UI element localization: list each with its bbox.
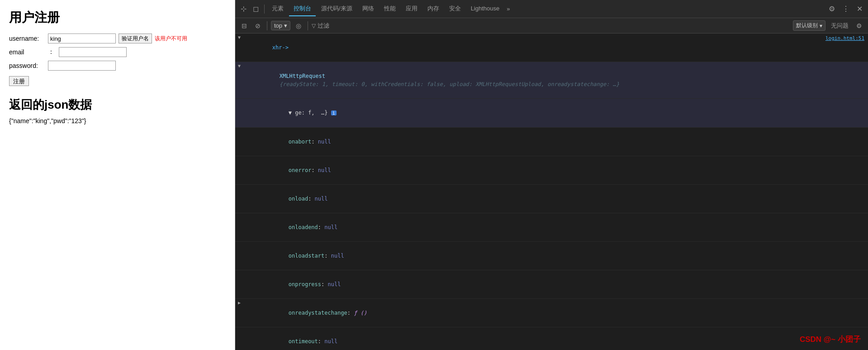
tabs-more-icon[interactable]: »	[505, 3, 512, 15]
username-input[interactable]	[48, 34, 116, 43]
validate-button[interactable]: 验证用户名	[119, 34, 152, 43]
devtools-panel: ⊹ ◻ 元素 控制台 源代码/来源 网络 性能 应用 内存 安全 Lightho…	[235, 0, 868, 350]
toolbar-sep-1	[267, 21, 267, 30]
csdn-watermark: CSDN @~ 小团子	[797, 333, 863, 345]
settings-icon[interactable]: ⚙	[826, 3, 838, 15]
top-dropdown[interactable]: top ▾	[271, 21, 290, 30]
tab-elements[interactable]: 元素	[267, 2, 288, 16]
top-chevron-icon: ▾	[284, 22, 287, 29]
cursor-icon[interactable]: ⊹	[238, 3, 249, 15]
more-options-icon[interactable]: ⋮	[840, 3, 852, 15]
row-onabort: onabort: null	[235, 128, 868, 156]
console-toolbar: ⊟ ⊘ top ▾ ◎ ▽ 过滤 默认级别 ▾ 无问题 ⚙	[235, 18, 868, 34]
xhr-object-content: XMLHttpRequest {readyState: 1, timeout: …	[244, 63, 868, 97]
clear-console-icon[interactable]: ⊘	[252, 21, 263, 31]
left-panel: 用户注册 username: 验证用户名 该用户不可用 email ： pass…	[0, 0, 235, 350]
tab-security[interactable]: 安全	[445, 2, 465, 16]
page-title: 用户注册	[9, 9, 226, 26]
row-expand-xhr	[235, 34, 244, 40]
tab-lighthouse[interactable]: Lighthouse	[466, 2, 504, 15]
xhr-type: XMLHttpRequest	[280, 73, 328, 79]
email-colon: ：	[48, 48, 54, 56]
xhr-label: xhr->	[272, 44, 289, 51]
devtools-tabbar: ⊹ ◻ 元素 控制台 源代码/来源 网络 性能 应用 内存 安全 Lightho…	[235, 0, 868, 18]
filter-icon: ▽	[312, 23, 316, 29]
submit-row: 注册	[9, 74, 226, 86]
close-icon[interactable]: ✕	[854, 3, 865, 15]
xhr-sub-row: ▼ ge: f, …} i	[235, 99, 868, 128]
xhr-sub-text: ▼ ge: f, …} i	[289, 110, 337, 116]
result-title: 返回的json数据	[9, 97, 226, 113]
username-label: username:	[9, 35, 45, 42]
row-left-xhr-obj	[235, 63, 244, 69]
ontimeout-content: ontimeout: null	[244, 328, 868, 350]
level-label: 默认级别	[796, 22, 818, 29]
tab-performance[interactable]: 性能	[379, 2, 400, 16]
xhr-file-link[interactable]: login.html:51	[822, 34, 868, 42]
console-output: xhr-> login.html:51 XMLHttpRequest {read…	[235, 34, 868, 350]
tab-console[interactable]: 控制台	[289, 2, 316, 16]
xhr-expand-arrow[interactable]	[238, 34, 241, 40]
email-label: email	[9, 48, 45, 56]
onprogress-content: onprogress: null	[244, 271, 868, 297]
filter-area: ▽ 过滤	[312, 22, 329, 30]
row-onload: onload: null	[235, 185, 868, 213]
onabort-content: onabort: null	[244, 129, 868, 155]
email-input[interactable]	[59, 47, 127, 57]
sidebar-toggle-icon[interactable]: ⊟	[239, 21, 250, 31]
issues-badge[interactable]: 无问题	[828, 21, 851, 31]
onloadend-content: onloadend: null	[244, 214, 868, 240]
email-row: email ：	[9, 47, 226, 57]
password-label: password:	[9, 62, 45, 69]
level-chevron-icon: ▾	[820, 23, 822, 29]
top-label: top	[274, 22, 282, 29]
onreadystatechange-content: onreadystatechange: ƒ ()	[244, 300, 868, 326]
onloadstart-content: onloadstart: null	[244, 243, 868, 269]
onerror-content: onerror: null	[244, 157, 868, 183]
password-row: password:	[9, 61, 226, 71]
tab-application[interactable]: 应用	[401, 2, 422, 16]
row-onerror: onerror: null	[235, 156, 868, 185]
error-message: 该用户不可用	[155, 35, 187, 43]
xhr-obj-expand-arrow[interactable]	[238, 63, 241, 69]
xhr-sub-content: ▼ ge: f, …} i	[244, 100, 868, 126]
username-row: username: 验证用户名 该用户不可用	[9, 34, 226, 43]
row-onloadend: onloadend: null	[235, 213, 868, 242]
row-ontimeout: ontimeout: null	[235, 327, 868, 350]
row-onloadstart: onloadstart: null	[235, 242, 868, 270]
tab-sources[interactable]: 源代码/来源	[317, 2, 357, 16]
row-onprogress: onprogress: null	[235, 270, 868, 299]
xhr-preview: {readyState: 1, timeout: 0, withCredenti…	[280, 81, 619, 87]
tab-network[interactable]: 网络	[358, 2, 379, 16]
toolbar-right-area: 默认级别 ▾ 无问题 ⚙	[793, 20, 864, 31]
toolbar-sep-2	[308, 21, 308, 30]
eye-icon[interactable]: ◎	[293, 21, 304, 31]
password-input[interactable]	[48, 61, 116, 71]
filter-label: 过滤	[318, 22, 329, 30]
mobile-icon[interactable]: ◻	[250, 3, 261, 15]
json-result: {"name":"king","pwd":"123"}	[9, 117, 226, 125]
console-settings-icon[interactable]: ⚙	[854, 21, 864, 31]
row-left-onreadystatechange	[235, 300, 244, 306]
devtools-right-controls: ⚙ ⋮ ✕	[826, 3, 865, 15]
xhr-object-row: XMLHttpRequest {readyState: 1, timeout: …	[235, 62, 868, 99]
log-level-dropdown[interactable]: 默认级别 ▾	[793, 20, 825, 31]
onreadystatechange-expand[interactable]	[238, 300, 241, 306]
xhr-row: xhr-> login.html:51	[235, 34, 868, 62]
xhr-content: xhr->	[244, 34, 822, 61]
separator	[264, 5, 265, 14]
row-onreadystatechange: onreadystatechange: ƒ ()	[235, 299, 868, 327]
tab-memory[interactable]: 内存	[423, 2, 444, 16]
submit-button[interactable]: 注册	[9, 76, 29, 86]
onload-content: onload: null	[244, 186, 868, 212]
